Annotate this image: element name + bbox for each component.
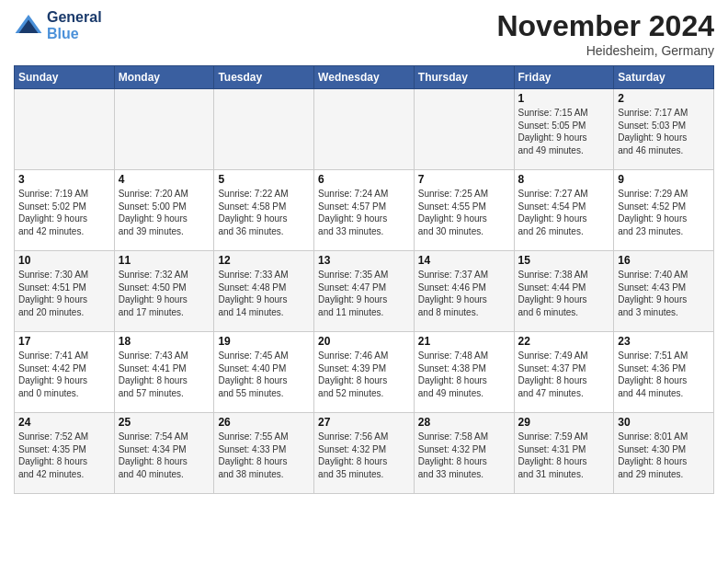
- day-info: and 26 minutes.: [518, 225, 610, 238]
- day-info: and 44 minutes.: [618, 387, 710, 400]
- calendar-cell: [114, 89, 214, 170]
- calendar-table: Sunday Monday Tuesday Wednesday Thursday…: [14, 65, 714, 494]
- day-info: and 57 minutes.: [119, 387, 210, 400]
- day-info: Sunrise: 7:51 AM: [618, 350, 710, 362]
- calendar-cell: 25Sunrise: 7:54 AMSunset: 4:34 PMDayligh…: [114, 413, 214, 494]
- calendar-cell: 3Sunrise: 7:19 AMSunset: 5:02 PMDaylight…: [15, 170, 115, 251]
- day-info: Sunrise: 7:49 AM: [518, 350, 610, 362]
- day-info: Daylight: 8 hours: [18, 455, 110, 468]
- day-info: Daylight: 8 hours: [518, 455, 610, 468]
- day-info: and 42 minutes.: [18, 225, 110, 238]
- day-number: 3: [18, 173, 110, 186]
- day-info: Sunset: 4:39 PM: [318, 362, 410, 375]
- day-info: Sunrise: 7:43 AM: [119, 350, 210, 362]
- calendar-cell: 14Sunrise: 7:37 AMSunset: 4:46 PMDayligh…: [414, 251, 514, 332]
- day-info: Sunrise: 7:40 AM: [618, 269, 710, 282]
- col-tuesday: Tuesday: [214, 66, 314, 89]
- day-info: Sunrise: 7:25 AM: [418, 188, 510, 201]
- location: Heidesheim, Germany: [496, 43, 714, 58]
- day-info: Daylight: 8 hours: [119, 455, 210, 468]
- day-info: Sunset: 5:00 PM: [119, 201, 210, 213]
- day-info: Sunset: 4:55 PM: [418, 201, 510, 213]
- calendar-cell: 2Sunrise: 7:17 AMSunset: 5:03 PMDaylight…: [614, 89, 714, 170]
- calendar-cell: [414, 89, 514, 170]
- day-number: 10: [18, 254, 110, 267]
- calendar-header: Sunday Monday Tuesday Wednesday Thursday…: [15, 66, 714, 89]
- day-number: 28: [418, 416, 510, 429]
- calendar-cell: 20Sunrise: 7:46 AMSunset: 4:39 PMDayligh…: [314, 332, 415, 413]
- calendar-cell: 6Sunrise: 7:24 AMSunset: 4:57 PMDaylight…: [314, 170, 415, 251]
- day-info: and 17 minutes.: [119, 306, 210, 319]
- day-info: Daylight: 9 hours: [18, 293, 110, 306]
- day-info: Sunset: 4:31 PM: [518, 443, 610, 456]
- day-number: 23: [618, 335, 710, 348]
- day-info: Daylight: 8 hours: [618, 374, 710, 387]
- logo-icon: [14, 11, 43, 40]
- day-number: 27: [318, 416, 410, 429]
- day-info: Daylight: 9 hours: [18, 374, 110, 387]
- day-info: Sunset: 5:03 PM: [618, 120, 710, 132]
- calendar-cell: 15Sunrise: 7:38 AMSunset: 4:44 PMDayligh…: [514, 251, 614, 332]
- day-info: Sunrise: 7:54 AM: [119, 431, 210, 443]
- day-info: Sunrise: 7:38 AM: [518, 269, 610, 282]
- col-saturday: Saturday: [614, 66, 714, 89]
- day-info: Daylight: 9 hours: [418, 293, 510, 306]
- day-number: 22: [518, 335, 610, 348]
- day-number: 13: [318, 254, 410, 267]
- day-info: Sunset: 5:02 PM: [18, 201, 110, 213]
- day-info: Sunrise: 7:17 AM: [618, 107, 710, 120]
- day-number: 24: [18, 416, 110, 429]
- day-number: 29: [518, 416, 610, 429]
- calendar-cell: 11Sunrise: 7:32 AMSunset: 4:50 PMDayligh…: [114, 251, 214, 332]
- day-info: Sunrise: 7:55 AM: [218, 431, 310, 443]
- day-info: Sunrise: 7:46 AM: [318, 350, 410, 362]
- day-number: 30: [618, 416, 710, 429]
- day-info: and 3 minutes.: [618, 306, 710, 319]
- calendar-cell: 30Sunrise: 8:01 AMSunset: 4:30 PMDayligh…: [614, 413, 714, 494]
- day-number: 9: [618, 173, 710, 186]
- calendar-cell: [214, 89, 314, 170]
- day-info: Sunset: 4:52 PM: [618, 201, 710, 213]
- day-info: and 40 minutes.: [119, 468, 210, 481]
- day-info: Sunset: 4:50 PM: [119, 282, 210, 294]
- day-info: Sunset: 4:41 PM: [119, 362, 210, 375]
- day-info: Sunrise: 7:19 AM: [18, 188, 110, 201]
- day-number: 21: [418, 335, 510, 348]
- day-info: and 52 minutes.: [318, 387, 410, 400]
- day-number: 2: [618, 92, 710, 105]
- day-number: 6: [318, 173, 410, 186]
- day-number: 5: [218, 173, 310, 186]
- calendar-cell: 21Sunrise: 7:48 AMSunset: 4:38 PMDayligh…: [414, 332, 514, 413]
- day-info: Daylight: 8 hours: [119, 374, 210, 387]
- calendar-cell: 9Sunrise: 7:29 AMSunset: 4:52 PMDaylight…: [614, 170, 714, 251]
- calendar-cell: 28Sunrise: 7:58 AMSunset: 4:32 PMDayligh…: [414, 413, 514, 494]
- day-info: Sunrise: 7:22 AM: [218, 188, 310, 201]
- day-number: 7: [418, 173, 510, 186]
- title-block: November 2024 Heidesheim, Germany: [496, 9, 714, 58]
- calendar-cell: 7Sunrise: 7:25 AMSunset: 4:55 PMDaylight…: [414, 170, 514, 251]
- day-info: Sunset: 4:42 PM: [18, 362, 110, 375]
- day-info: Daylight: 9 hours: [318, 293, 410, 306]
- day-info: and 0 minutes.: [18, 387, 110, 400]
- day-info: Sunset: 4:44 PM: [518, 282, 610, 294]
- day-number: 1: [518, 92, 610, 105]
- day-info: Sunrise: 7:30 AM: [18, 269, 110, 282]
- logo: General Blue: [14, 9, 102, 42]
- calendar-cell: 23Sunrise: 7:51 AMSunset: 4:36 PMDayligh…: [614, 332, 714, 413]
- day-info: Sunset: 4:38 PM: [418, 362, 510, 375]
- day-number: 12: [218, 254, 310, 267]
- day-info: Sunrise: 7:32 AM: [119, 269, 210, 282]
- day-info: Sunset: 4:51 PM: [18, 282, 110, 294]
- calendar-body: 1Sunrise: 7:15 AMSunset: 5:05 PMDaylight…: [15, 89, 714, 494]
- day-info: Sunset: 4:32 PM: [418, 443, 510, 456]
- calendar-cell: 19Sunrise: 7:45 AMSunset: 4:40 PMDayligh…: [214, 332, 314, 413]
- day-info: Daylight: 8 hours: [218, 455, 310, 468]
- day-info: Sunrise: 7:48 AM: [418, 350, 510, 362]
- day-info: Daylight: 9 hours: [618, 132, 710, 144]
- day-info: Sunrise: 7:45 AM: [218, 350, 310, 362]
- month-title: November 2024: [496, 9, 714, 43]
- day-info: Daylight: 8 hours: [218, 374, 310, 387]
- day-info: and 49 minutes.: [418, 387, 510, 400]
- calendar-cell: 29Sunrise: 7:59 AMSunset: 4:31 PMDayligh…: [514, 413, 614, 494]
- day-info: Sunrise: 7:35 AM: [318, 269, 410, 282]
